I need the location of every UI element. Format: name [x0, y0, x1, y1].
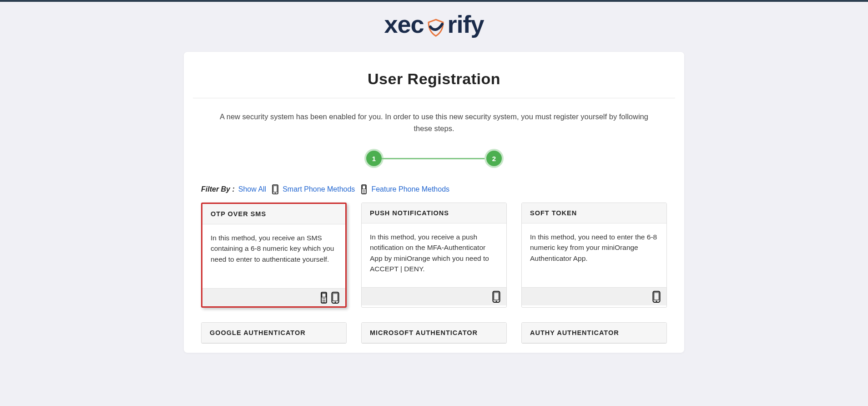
method-title: MICROSOFT AUTHENTICATOR — [362, 323, 506, 343]
filter-label: Filter By : — [201, 185, 235, 193]
step-1: 1 — [366, 151, 382, 166]
svg-point-16 — [323, 298, 323, 299]
method-description: In this method, you receive a push notif… — [362, 223, 506, 287]
smartphone-icon — [272, 184, 279, 194]
filter-show-all[interactable]: Show All — [238, 185, 266, 193]
svg-point-2 — [275, 193, 276, 193]
method-card-soft-token[interactable]: SOFT TOKENIn this method, you need to en… — [521, 203, 667, 308]
svg-point-27 — [335, 301, 336, 303]
svg-point-10 — [365, 191, 366, 192]
svg-rect-4 — [363, 186, 366, 189]
svg-point-7 — [365, 190, 366, 191]
method-card-authy-auth[interactable]: AUTHY AUTHENTICATOR — [521, 322, 667, 344]
brand-logo: xec rify — [384, 10, 484, 38]
svg-point-11 — [363, 193, 364, 193]
smartphone-icon — [331, 292, 340, 304]
svg-point-23 — [323, 301, 324, 302]
feature-phone-icon — [320, 292, 328, 304]
method-title: PUSH NOTIFICATIONS — [362, 203, 506, 223]
method-title: GOOGLE AUTHENTICATOR — [202, 323, 346, 343]
method-title: OTP OVER SMS — [202, 204, 345, 224]
methods-grid: OTP OVER SMSIn this method, you receive … — [193, 203, 675, 344]
svg-point-5 — [363, 190, 364, 191]
svg-point-17 — [323, 298, 324, 299]
svg-point-20 — [323, 300, 324, 301]
step-connector — [382, 158, 486, 159]
svg-rect-29 — [494, 292, 499, 299]
page-title: User Registration — [193, 70, 675, 88]
method-card-microsoft-auth[interactable]: MICROSOFT AUTHENTICATOR — [361, 322, 507, 344]
svg-point-22 — [323, 301, 323, 302]
method-footer — [522, 287, 666, 305]
step-indicator: 1 2 — [193, 151, 675, 166]
svg-point-30 — [496, 300, 497, 302]
filter-smart-phone[interactable]: Smart Phone Methods — [283, 185, 355, 193]
method-footer — [362, 287, 506, 305]
method-title: SOFT TOKEN — [522, 203, 666, 223]
divider — [193, 98, 675, 98]
svg-point-18 — [324, 298, 325, 299]
method-card-push[interactable]: PUSH NOTIFICATIONSIn this method, you re… — [361, 203, 507, 308]
registration-card: User Registration A new security system … — [184, 52, 684, 353]
method-card-google-auth[interactable]: GOOGLE AUTHENTICATOR — [201, 322, 347, 344]
filter-bar: Filter By : Show All Smart Phone Methods… — [201, 184, 667, 194]
feature-phone-icon — [360, 184, 368, 194]
brand-text-left: xec — [384, 10, 424, 38]
shield-icon — [426, 15, 446, 35]
step-2: 2 — [486, 151, 502, 166]
svg-point-21 — [324, 300, 325, 301]
svg-rect-15 — [322, 293, 326, 297]
svg-point-8 — [363, 191, 364, 192]
svg-point-12 — [364, 193, 365, 193]
svg-point-6 — [364, 190, 365, 191]
svg-point-33 — [656, 300, 657, 302]
svg-point-9 — [364, 191, 365, 192]
svg-rect-1 — [273, 186, 277, 192]
svg-rect-32 — [654, 292, 659, 299]
svg-point-24 — [324, 301, 325, 302]
method-title: AUTHY AUTHENTICATOR — [522, 323, 666, 343]
svg-rect-26 — [333, 293, 338, 300]
smartphone-icon — [492, 291, 501, 303]
method-description: In this method, you receive an SMS conta… — [202, 224, 345, 288]
brand-text-right: rify — [448, 10, 484, 38]
method-description: In this method, you need to enter the 6-… — [522, 223, 666, 287]
smartphone-icon — [652, 291, 661, 303]
svg-point-13 — [365, 193, 366, 193]
filter-feature-phone[interactable]: Feature Phone Methods — [371, 185, 449, 193]
intro-text: A new security system has been enabled f… — [193, 111, 675, 134]
svg-point-19 — [323, 300, 323, 301]
method-footer — [202, 288, 345, 306]
method-card-otp-sms[interactable]: OTP OVER SMSIn this method, you receive … — [201, 203, 347, 308]
